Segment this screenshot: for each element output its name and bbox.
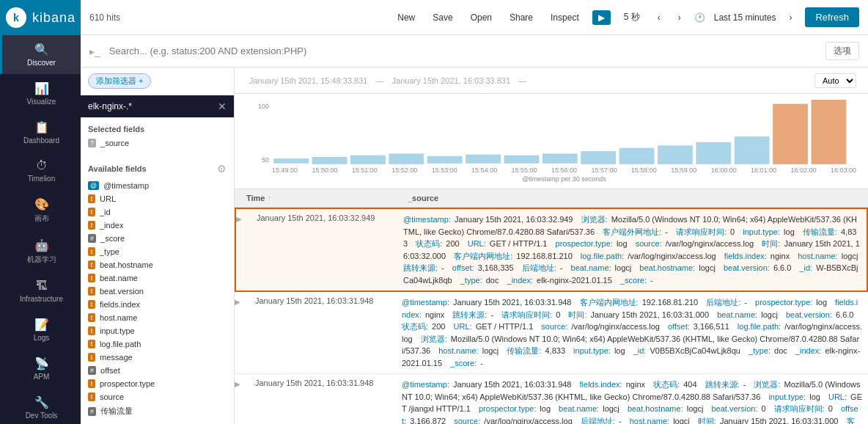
field-label: log.file.path: xyxy=(738,322,781,331)
expand-time-button[interactable]: › xyxy=(784,10,796,26)
field-item[interactable]: ? _source xyxy=(88,136,227,150)
field-label: URL: xyxy=(828,392,847,401)
refresh-button[interactable]: Refresh xyxy=(805,7,859,27)
sidebar-item-dashboard[interactable]: 📋 Dashboard xyxy=(0,113,81,152)
field-item[interactable]: t prospector.type xyxy=(88,377,227,390)
row-expand-button[interactable]: ▶ xyxy=(236,209,251,290)
infrastructure-icon: 🏗 xyxy=(36,279,48,293)
field-label: 传输流量: xyxy=(803,227,837,236)
field-item[interactable]: t beat.name xyxy=(88,271,227,285)
sidebar-item-ml[interactable]: 🤖 机器学习 xyxy=(0,231,81,272)
sidebar-item-timelion[interactable]: ⏱ Timelion xyxy=(0,152,81,190)
field-value: - xyxy=(663,227,670,236)
play-button[interactable]: ▶ xyxy=(592,10,611,25)
options-button[interactable]: 选项 xyxy=(825,42,859,60)
inspect-button[interactable]: Inspect xyxy=(546,10,584,26)
field-value: elk-nginx-2021.01.15 xyxy=(534,276,614,285)
next-time-button[interactable]: › xyxy=(674,10,685,26)
field-item[interactable]: # offset xyxy=(88,364,227,377)
clock-icon: 🕐 xyxy=(694,12,705,23)
search-input[interactable] xyxy=(109,45,820,56)
row-time: January 15th 2021, 16:03:32.949 xyxy=(251,209,397,290)
field-label: 浏览器: xyxy=(421,335,447,343)
field-item[interactable]: t _type xyxy=(88,245,227,258)
field-value: 3,166,872 xyxy=(408,417,448,425)
auto-refresh-select[interactable]: Auto xyxy=(814,73,856,88)
sidebar-item-label: Discover xyxy=(27,59,56,67)
field-item[interactable]: t input.type xyxy=(88,324,227,337)
field-value: January 15th 2021, 16:03:31.948 xyxy=(451,298,574,307)
time-column-header[interactable]: Time ↑ xyxy=(246,194,408,202)
field-item[interactable]: t beat.hostname xyxy=(88,258,227,271)
sidebar-item-visualize[interactable]: 📊 Visualize xyxy=(0,74,81,113)
field-label: beat.version: xyxy=(786,310,832,319)
sidebar-item-logs[interactable]: 📝 Logs xyxy=(0,310,81,349)
sidebar-item-apm[interactable]: 📡 APM xyxy=(0,349,81,388)
field-item[interactable]: t _id xyxy=(88,205,227,219)
save-button[interactable]: Save xyxy=(428,10,457,26)
field-value: /var/log/nginx/access.log xyxy=(569,322,662,331)
share-button[interactable]: Share xyxy=(505,10,537,26)
field-value: - xyxy=(439,263,446,272)
date-end: January 15th 2021, 16:03:33.831 xyxy=(392,76,510,85)
field-item[interactable]: t URL xyxy=(88,192,227,205)
sidebar-item-label: APM xyxy=(34,373,50,381)
logs-icon: 📝 xyxy=(34,318,49,332)
field-label: _type: xyxy=(460,276,482,285)
row-expand-button[interactable]: ▶ xyxy=(235,292,249,373)
open-button[interactable]: Open xyxy=(466,10,496,26)
ml-icon: 🤖 xyxy=(34,238,49,252)
sidebar-item-label: 画布 xyxy=(34,213,49,224)
logo[interactable]: k kibana xyxy=(0,0,81,35)
chart-x-label: 15:55:00 xyxy=(512,167,537,174)
field-label: input.type: xyxy=(768,392,806,401)
field-item[interactable]: t source xyxy=(88,390,227,403)
field-type-badge: t xyxy=(88,247,95,256)
field-label: host.name: xyxy=(630,417,669,425)
chart-x-label: 15:56:00 xyxy=(551,167,577,174)
sidebar-item-infrastructure[interactable]: 🏗 Infrastructure xyxy=(0,272,81,310)
row-expand-button[interactable]: ▶ xyxy=(235,374,249,424)
table-row: ▶ January 15th 2021, 16:03:31.948 @times… xyxy=(235,374,868,424)
field-value: doc xyxy=(772,346,790,355)
index-pattern-close-icon[interactable]: ✕ xyxy=(218,100,227,112)
field-label: URL: xyxy=(454,322,472,331)
sidebar-item-devtools[interactable]: 🔧 Dev Tools xyxy=(0,388,81,424)
field-item[interactable]: t host.name xyxy=(88,311,227,324)
filter-tag[interactable]: 添加筛选器 + xyxy=(88,73,151,89)
field-label: fields.index: xyxy=(724,252,767,260)
field-item[interactable]: t beat.version xyxy=(88,285,227,298)
sidebar-item-canvas[interactable]: 🎨 画布 xyxy=(0,190,81,231)
sidebar-item-discover[interactable]: 🔍 Discover xyxy=(0,35,81,74)
field-label: _index: xyxy=(507,276,533,285)
field-label: 后端地址: xyxy=(706,298,740,307)
prev-time-button[interactable]: ‹ xyxy=(653,10,665,26)
field-label: fields.index: xyxy=(580,380,622,389)
field-value: 192.168.81.210 xyxy=(514,252,575,260)
field-item[interactable]: t fields.index xyxy=(88,298,227,311)
time-range-label: Last 15 minutes xyxy=(714,12,776,23)
field-value: 3,166,511 xyxy=(691,322,732,331)
field-label: 传输流量: xyxy=(507,346,541,355)
field-label: beat.name: xyxy=(559,404,599,413)
svg-rect-0 xyxy=(273,158,309,164)
devtools-icon: 🔧 xyxy=(34,395,49,409)
field-item[interactable]: t _index xyxy=(88,219,227,232)
field-name: @timestamp xyxy=(103,181,149,190)
gear-icon[interactable]: ⚙ xyxy=(217,163,227,175)
field-label: 时间: xyxy=(762,239,780,248)
field-label: 后端地址: xyxy=(581,417,615,425)
chart-svg xyxy=(272,100,856,165)
available-fields-section: Available fields ⚙ @ @timestamp t URL t … xyxy=(81,154,234,423)
field-item[interactable]: # _score xyxy=(88,232,227,245)
svg-rect-14 xyxy=(812,100,847,164)
field-label: 跳转来源: xyxy=(452,310,487,319)
field-item[interactable]: @ @timestamp xyxy=(88,179,227,192)
field-label: prospector.type: xyxy=(479,404,536,413)
new-button[interactable]: New xyxy=(393,10,419,26)
field-item[interactable]: t log.file.path xyxy=(88,337,227,351)
field-value: /var/log/nginx/access.log xyxy=(663,239,757,248)
field-item[interactable]: # 传输流量 xyxy=(88,403,227,419)
field-value: January 15th 2021, 16:03:31.948 xyxy=(451,380,574,389)
field-item[interactable]: t message xyxy=(88,351,227,364)
